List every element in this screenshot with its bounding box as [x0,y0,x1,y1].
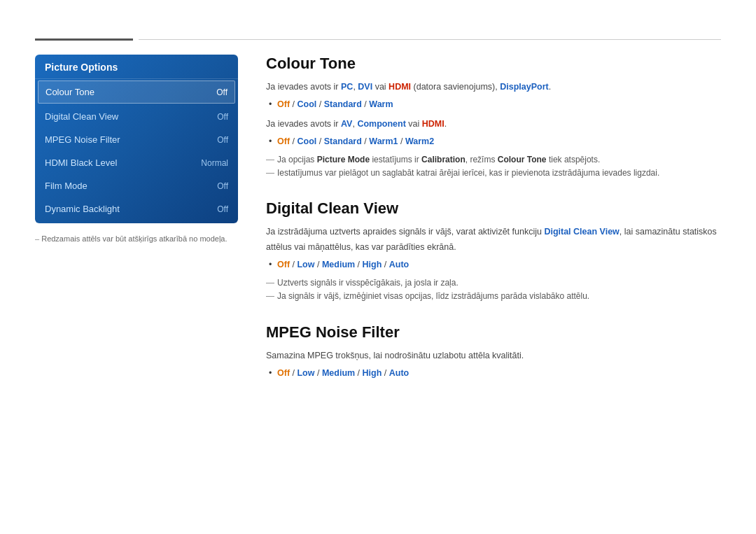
colour-tone-bullet2: Off / Cool / Standard / Warm1 / Warm2 [266,134,721,149]
bullet-item: Off / Low / Medium / High / Auto [266,366,721,381]
sidebar-item-dynamic-backlight[interactable]: Dynamic Backlight Off [35,197,238,220]
sidebar-item-mpeg-noise-filter[interactable]: MPEG Noise Filter Off [35,128,238,151]
colour-tone-body: Ja ievades avots ir PC, DVI vai HDMI (da… [266,80,721,180]
main-layout: Picture Options Colour Tone Off Digital … [0,55,756,400]
sidebar-item-label: Colour Tone [46,87,94,97]
top-rule-right [139,39,721,40]
top-rule-left [35,38,133,41]
bullet-item: Off / Cool / Standard / Warm1 / Warm2 [266,134,721,149]
dash-icon: – [35,234,41,243]
section-digital-clean-view: Digital Clean View Ja izstrādājuma uztve… [266,199,721,303]
content-area: Colour Tone Ja ievades avots ir PC, DVI … [266,55,721,400]
sidebar-item-value: Off [217,181,228,191]
sidebar-item-label: Dynamic Backlight [45,204,120,214]
sidebar-item-value: Off [217,204,228,214]
sidebar-item-value: Off [217,135,228,145]
digital-clean-view-bullet: Off / Low / Medium / High / Auto [266,258,721,272]
sidebar-item-value: Off [216,87,227,97]
sidebar-item-digital-clean-view[interactable]: Digital Clean View Off [35,105,238,128]
sidebar-item-film-mode[interactable]: Film Mode Off [35,174,238,197]
digital-clean-view-body: Ja izstrādājuma uztverts apraides signāl… [266,225,721,303]
dash-note-2: Iestatījumus var pielāgot un saglabāt ka… [266,167,721,180]
colour-tone-dash-notes: Ja opcijas Picture Mode iestatījums ir C… [266,153,721,180]
colour-tone-para1: Ja ievades avots ir PC, DVI vai HDMI (da… [266,80,721,94]
sidebar-item-label: Film Mode [45,181,88,191]
dash-note-2: Ja signāls ir vājš, izmēģiniet visas opc… [266,290,721,303]
colour-tone-title: Colour Tone [266,55,721,73]
digital-clean-view-title: Digital Clean View [266,199,721,218]
section-mpeg-noise-filter: MPEG Noise Filter Samazina MPEG trokšņus… [266,323,721,381]
bullet-item: Off / Cool / Standard / Warm [266,97,721,112]
sidebar-note: – Redzamais attēls var būt atšķirīgs atk… [35,233,238,245]
sidebar-item-value: Normal [201,158,228,168]
sidebar-item-label: HDMI Black Level [45,157,117,168]
sidebar-panel: Picture Options Colour Tone Off Digital … [35,55,238,223]
sidebar-item-label: Digital Clean View [45,111,118,122]
top-rule [0,38,756,41]
sidebar: Picture Options Colour Tone Off Digital … [35,55,238,400]
dash-note-1: Uztverts signāls ir visspēcīgākais, ja j… [266,276,721,290]
mpeg-noise-filter-intro: Samazina MPEG trokšņus, lai nodrošinātu … [266,349,721,363]
mpeg-noise-filter-body: Samazina MPEG trokšņus, lai nodrošinātu … [266,349,721,381]
bullet-item: Off / Low / Medium / High / Auto [266,258,721,272]
sidebar-item-value: Off [217,112,228,122]
sidebar-item-hdmi-black-level[interactable]: HDMI Black Level Normal [35,151,238,174]
section-colour-tone: Colour Tone Ja ievades avots ir PC, DVI … [266,55,721,180]
colour-tone-para2: Ja ievades avots ir AV, Component vai HD… [266,117,721,132]
sidebar-item-colour-tone[interactable]: Colour Tone Off [38,80,235,104]
sidebar-title: Picture Options [35,55,238,79]
digital-clean-view-dash-notes: Uztverts signāls ir visspēcīgākais, ja j… [266,276,721,303]
mpeg-noise-filter-bullet: Off / Low / Medium / High / Auto [266,366,721,381]
dash-note-1: Ja opcijas Picture Mode iestatījums ir C… [266,153,721,167]
digital-clean-view-intro: Ja izstrādājuma uztverts apraides signāl… [266,225,721,255]
colour-tone-bullet1: Off / Cool / Standard / Warm [266,97,721,112]
mpeg-noise-filter-title: MPEG Noise Filter [266,323,721,342]
sidebar-item-label: MPEG Noise Filter [45,134,120,145]
